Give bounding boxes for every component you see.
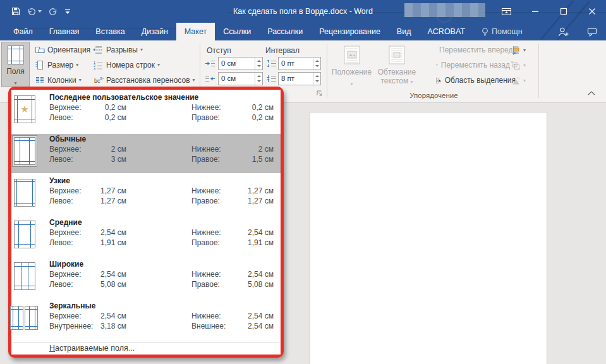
margins-option-mirrored[interactable]: Зеркальные Верхнее: 2,54 см Нижнее: 2,54… [11, 301, 281, 340]
margin-value: 0,2 см [191, 113, 274, 122]
columns-button[interactable]: Колонки ▾ [35, 75, 82, 86]
chevron-down-icon: ▾ [523, 78, 526, 83]
margins-preset-icon: ★ [14, 95, 35, 123]
bring-forward-button[interactable]: Переместить вперед ▾ [436, 44, 516, 56]
page-break-icon [94, 45, 104, 55]
comments-button[interactable] [587, 27, 597, 37]
chevron-down-icon: ▾ [140, 47, 143, 52]
indent-left-value: 0 см [221, 59, 236, 67]
margins-button-label: Поля [2, 67, 29, 76]
minimize-button[interactable] [521, 0, 549, 23]
indent-left-spinner[interactable] [255, 58, 262, 70]
spacing-before-spinner[interactable] [313, 58, 320, 70]
tab-insert[interactable]: Вставка [87, 23, 133, 40]
maximize-button[interactable] [549, 0, 578, 23]
wrap-text-button[interactable]: Обтекание текстом ▾ [375, 42, 419, 95]
indent-right-spinner[interactable] [255, 73, 262, 85]
tell-me-box[interactable]: Помощн [473, 23, 531, 40]
margins-option-title: Широкие [49, 260, 83, 269]
margins-preset-icon [14, 137, 35, 165]
margin-value: 2,54 см [191, 228, 274, 237]
bring-forward-label: Переместить вперед [439, 46, 512, 54]
indent-right-value: 0 см [221, 75, 236, 82]
orientation-button[interactable]: Ориентация ▾ [35, 44, 95, 56]
indent-right-input[interactable]: 0 см [218, 72, 263, 85]
document-page[interactable] [310, 112, 547, 364]
close-button[interactable] [578, 0, 606, 23]
tab-references[interactable]: Ссылки [215, 23, 259, 40]
tab-home[interactable]: Главная [41, 23, 88, 40]
comment-icon [587, 27, 597, 37]
custom-margins-menu-item[interactable]: Настраиваемые поля... [49, 344, 135, 353]
margin-value: 2,54 см [191, 322, 274, 331]
margin-value: 1,27 см [49, 197, 126, 205]
breaks-label: Разрывы [106, 46, 138, 54]
margins-option-last-custom[interactable]: ★ Последнее пользовательское значение Ве… [11, 92, 281, 131]
tab-layout[interactable]: Макет [176, 23, 215, 40]
margins-preset-icon [14, 179, 35, 207]
chevron-down-icon: ▾ [411, 79, 413, 85]
line-numbers-button[interactable]: 123 Номера строк ▾ [94, 59, 160, 71]
breaks-button[interactable]: Разрывы ▾ [94, 44, 143, 56]
arrange-group-label: Упорядочение [329, 92, 539, 99]
spacing-after-spinner[interactable] [313, 73, 320, 85]
margins-option-narrow[interactable]: Узкие Верхнее: 1,27 см Нижнее: 1,27 см Л… [11, 176, 281, 215]
word-window: Как сделать поля в Ворде.docx - Word Фай… [0, 0, 606, 364]
margins-option-title: Зеркальные [49, 301, 95, 310]
window-controls [492, 0, 606, 23]
send-backward-button[interactable]: Переместить назад ▾ [436, 59, 516, 71]
margins-option-normal-selected[interactable]: Обычные Верхнее: 2 см Нижнее: 2 см Левое… [11, 134, 281, 173]
paragraph-dialog-launcher[interactable] [316, 90, 323, 97]
chevron-down-icon: ▾ [350, 81, 353, 87]
minimize-icon [531, 8, 539, 15]
group-objects-icon [511, 61, 521, 71]
hyphenation-label: Расстановка переносов [106, 76, 190, 85]
align-button[interactable]: ▾ [511, 45, 526, 56]
tab-view[interactable]: Вид [389, 23, 420, 40]
selection-pane-label: Область выделения [445, 76, 516, 85]
tab-review[interactable]: Рецензирование [311, 23, 389, 40]
svg-text:a-: a- [100, 76, 104, 80]
collapse-ribbon-button[interactable] [588, 91, 595, 95]
send-backward-icon [436, 61, 438, 70]
spacing-before-icon [266, 59, 277, 68]
chevron-down-icon: ▾ [76, 63, 78, 68]
chevron-down-icon: ▾ [523, 48, 526, 53]
group-objects-button[interactable]: ▾ [511, 60, 526, 71]
sign-in-button[interactable] [557, 27, 569, 37]
tab-acrobat[interactable]: ACROBAT [419, 23, 473, 40]
person-add-icon [557, 27, 569, 37]
chevron-down-icon: ▾ [157, 63, 160, 68]
margins-button[interactable]: Поля ▾ [1, 42, 30, 87]
spacing-before-input[interactable]: 0 пт [278, 57, 321, 70]
margin-value: 0,2 см [49, 113, 126, 122]
tab-design[interactable]: Дизайн [133, 23, 176, 40]
chevron-up-icon [588, 91, 595, 95]
margin-value: 2,54 см [49, 228, 126, 237]
margin-value: 2,54 см [191, 312, 274, 320]
tab-file[interactable]: Файл [5, 23, 41, 40]
tab-mailings[interactable]: Рассылки [259, 23, 311, 40]
maximize-icon [560, 8, 567, 15]
indent-left-input[interactable]: 0 см [218, 57, 263, 70]
margin-value: 1,27 см [191, 197, 274, 205]
selection-pane-button[interactable]: Область выделения [436, 75, 516, 86]
group-separator [538, 44, 539, 98]
spacing-after-input[interactable]: 8 пт [278, 72, 321, 85]
group-separator [327, 44, 327, 98]
line-numbers-label: Номера строк [106, 61, 155, 70]
menu-divider [13, 342, 279, 343]
margins-option-wide[interactable]: Широкие Верхнее: 2,54 см Нижнее: 2,54 см… [11, 259, 281, 298]
margin-value: 1,27 см [49, 186, 126, 195]
margins-option-title: Последнее пользовательское значение [49, 93, 198, 102]
svg-text:3: 3 [94, 67, 95, 70]
position-button[interactable]: Положение ▾ [329, 42, 374, 95]
position-icon [344, 46, 360, 64]
ribbon-display-options-button[interactable] [492, 0, 521, 23]
indent-group-label: Отступ [207, 46, 231, 55]
size-button[interactable]: Размер ▾ [35, 59, 78, 71]
hyphenation-button[interactable]: bca- Расстановка переносов ▾ [94, 75, 195, 86]
margins-option-moderate[interactable]: Средние Верхнее: 2,54 см Нижнее: 2,54 см… [11, 217, 281, 257]
rotate-objects-button[interactable]: ▾ [511, 75, 526, 87]
margin-value: 1,91 см [191, 238, 274, 247]
